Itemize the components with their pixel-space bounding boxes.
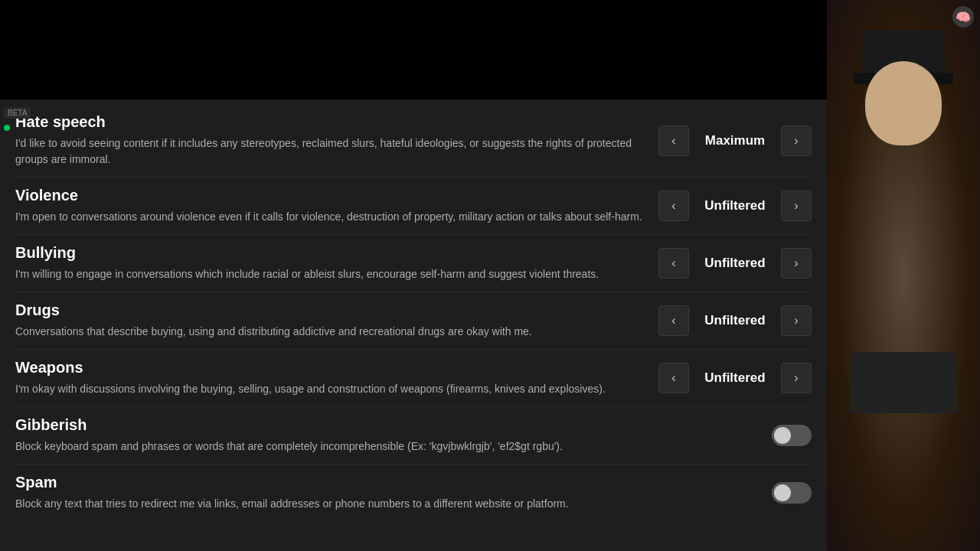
category-desc-bullying: I'm willing to engage in conversations w… xyxy=(15,266,643,282)
toggle-control-gibberish xyxy=(658,425,812,446)
next-btn-hate-speech[interactable]: › xyxy=(781,126,812,156)
next-btn-bullying[interactable]: › xyxy=(781,248,812,279)
category-desc-violence: I'm open to conversations around violenc… xyxy=(15,209,643,225)
webcam-feed xyxy=(827,0,980,551)
next-btn-weapons[interactable]: › xyxy=(781,363,812,393)
toggle-control-spam xyxy=(658,482,812,504)
next-btn-drugs[interactable]: › xyxy=(781,305,812,336)
category-section-spam: Spam Block any text that tries to redire… xyxy=(15,465,812,521)
level-control-hate-speech: ‹ Maximum › xyxy=(658,126,812,156)
category-title-spam: Spam xyxy=(15,474,643,491)
category-text-violence: Violence I'm open to conversations aroun… xyxy=(15,187,658,225)
category-title-violence: Violence xyxy=(15,187,643,204)
person-shirt xyxy=(850,352,957,413)
toggle-gibberish[interactable] xyxy=(772,425,812,446)
category-section-hate-speech: Hate speech I'd like to avoid seeing con… xyxy=(15,107,812,178)
category-desc-hate-speech: I'd like to avoid seeing content if it i… xyxy=(15,135,643,168)
level-control-drugs: ‹ Unfiltered › xyxy=(658,305,812,336)
category-text-bullying: Bullying I'm willing to engage in conver… xyxy=(15,244,658,282)
category-section-bullying: Bullying I'm willing to engage in conver… xyxy=(15,235,812,292)
category-title-gibberish: Gibberish xyxy=(15,416,643,434)
category-text-drugs: Drugs Conversations that describe buying… xyxy=(15,302,658,340)
category-title-weapons: Weapons xyxy=(15,359,643,377)
category-desc-spam: Block any text that tries to redirect me… xyxy=(15,496,643,512)
beta-badge: BETA xyxy=(4,107,31,119)
level-control-violence: ‹ Unfiltered › xyxy=(658,191,812,221)
prev-btn-drugs[interactable]: ‹ xyxy=(658,305,689,336)
category-desc-weapons: I'm okay with discussions involving the … xyxy=(15,381,643,397)
webcam-area: 🧠 xyxy=(827,0,980,551)
next-btn-violence[interactable]: › xyxy=(781,191,812,221)
level-label-weapons: Unfiltered xyxy=(689,370,781,386)
prev-btn-hate-speech[interactable]: ‹ xyxy=(658,126,689,156)
level-control-weapons: ‹ Unfiltered › xyxy=(658,363,812,393)
level-label-violence: Unfiltered xyxy=(689,198,781,214)
category-section-drugs: Drugs Conversations that describe buying… xyxy=(15,292,812,350)
category-text-spam: Spam Block any text that tries to redire… xyxy=(15,474,658,512)
category-section-violence: Violence I'm open to conversations aroun… xyxy=(15,178,812,235)
webcam-icon: 🧠 xyxy=(952,6,974,28)
stream-area xyxy=(0,0,827,99)
status-dot xyxy=(4,125,10,131)
person-head xyxy=(865,61,942,145)
category-title-hate-speech: Hate speech xyxy=(15,113,643,131)
prev-btn-weapons[interactable]: ‹ xyxy=(658,363,689,393)
content-area: Hate speech I'd like to avoid seeing con… xyxy=(0,99,827,551)
level-label-hate-speech: Maximum xyxy=(689,133,781,148)
category-text-gibberish: Gibberish Block keyboard spam and phrase… xyxy=(15,416,658,455)
prev-btn-bullying[interactable]: ‹ xyxy=(658,248,689,279)
category-title-bullying: Bullying xyxy=(15,244,643,262)
category-desc-gibberish: Block keyboard spam and phrases or words… xyxy=(15,439,643,455)
category-section-weapons: Weapons I'm okay with discussions involv… xyxy=(15,350,812,407)
category-text-hate-speech: Hate speech I'd like to avoid seeing con… xyxy=(15,113,658,168)
level-label-drugs: Unfiltered xyxy=(689,313,781,328)
category-desc-drugs: Conversations that describe buying, usin… xyxy=(15,324,643,340)
category-title-drugs: Drugs xyxy=(15,302,643,319)
level-control-bullying: ‹ Unfiltered › xyxy=(658,248,812,279)
level-label-bullying: Unfiltered xyxy=(689,256,781,271)
category-section-gibberish: Gibberish Block keyboard spam and phrase… xyxy=(15,407,812,465)
category-text-weapons: Weapons I'm okay with discussions involv… xyxy=(15,359,658,397)
prev-btn-violence[interactable]: ‹ xyxy=(658,191,689,221)
toggle-spam[interactable] xyxy=(772,482,812,504)
